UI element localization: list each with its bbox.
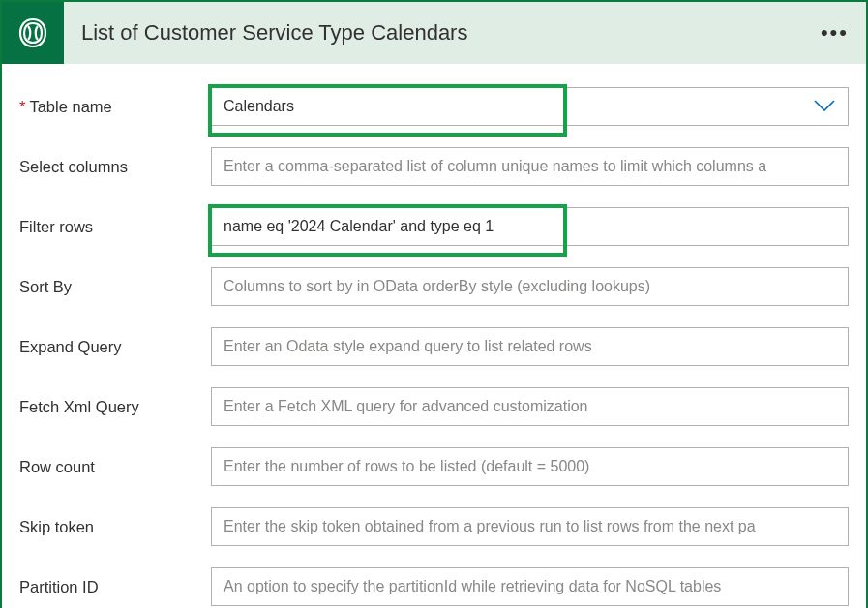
sort-by-label: Sort By [19, 278, 211, 296]
expand-query-label: Expand Query [19, 338, 211, 356]
skip-token-input[interactable] [211, 507, 849, 546]
field-row-fetch-xml: Fetch Xml Query [19, 387, 849, 426]
partition-id-label: Partition ID [19, 578, 211, 596]
dataverse-action-panel: List of Customer Service Type Calendars … [0, 0, 868, 608]
fetch-xml-input[interactable] [211, 387, 849, 426]
expand-query-input[interactable] [211, 327, 849, 366]
field-row-table-name: *Table name [19, 87, 849, 126]
field-row-filter-rows: Filter rows [19, 207, 849, 246]
row-count-input[interactable] [211, 447, 849, 486]
field-row-expand-query: Expand Query [19, 327, 849, 366]
field-row-row-count: Row count [19, 447, 849, 486]
field-row-sort-by: Sort By [19, 267, 849, 306]
skip-token-label: Skip token [19, 518, 211, 536]
more-options-button[interactable]: ••• [821, 20, 849, 46]
select-columns-input[interactable] [211, 147, 849, 186]
table-name-label: *Table name [19, 98, 211, 116]
filter-rows-input[interactable] [211, 207, 849, 246]
table-name-input-wrap [211, 87, 849, 126]
panel-header: List of Customer Service Type Calendars … [2, 2, 866, 64]
table-name-input[interactable] [211, 87, 849, 126]
fetch-xml-label: Fetch Xml Query [19, 398, 211, 416]
dataverse-icon [2, 2, 64, 64]
sort-by-input[interactable] [211, 267, 849, 306]
panel-title: List of Customer Service Type Calendars [81, 20, 467, 46]
field-row-skip-token: Skip token [19, 507, 849, 546]
field-row-select-columns: Select columns [19, 147, 849, 186]
field-row-partition-id: Partition ID [19, 567, 849, 606]
form-body: *Table name Select columns Filter rows S… [2, 64, 866, 608]
partition-id-input[interactable] [211, 567, 849, 606]
select-columns-label: Select columns [19, 158, 211, 176]
filter-rows-label: Filter rows [19, 218, 211, 236]
row-count-label: Row count [19, 458, 211, 476]
